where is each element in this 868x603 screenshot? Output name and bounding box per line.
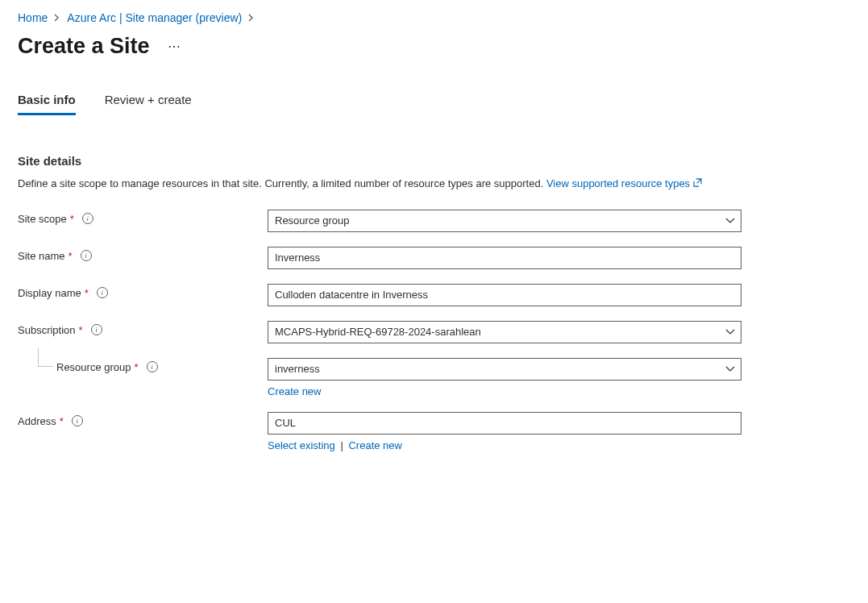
info-icon[interactable]: i bbox=[81, 250, 92, 261]
tab-basic-info[interactable]: Basic info bbox=[18, 93, 76, 115]
address-input[interactable] bbox=[268, 412, 741, 435]
divider: | bbox=[340, 439, 343, 451]
label-site-scope: Site scope bbox=[18, 213, 67, 225]
required-marker: * bbox=[70, 213, 74, 225]
resource-group-select[interactable]: inverness bbox=[268, 358, 741, 381]
label-resource-group: Resource group bbox=[56, 361, 131, 373]
row-resource-group: Resource group * i inverness Create new bbox=[18, 358, 850, 397]
section-description-text: Define a site scope to manage resources … bbox=[18, 177, 546, 189]
more-icon[interactable]: ⋯ bbox=[164, 35, 185, 57]
required-marker: * bbox=[69, 250, 73, 262]
site-name-input[interactable] bbox=[268, 247, 741, 269]
site-scope-select[interactable]: Resource group bbox=[268, 210, 741, 232]
row-site-name: Site name * i bbox=[18, 247, 850, 269]
external-link-icon bbox=[693, 177, 702, 191]
required-marker: * bbox=[135, 361, 139, 373]
row-address: Address * i Select existing | Create new bbox=[18, 412, 850, 451]
info-icon[interactable]: i bbox=[91, 324, 102, 335]
tabs: Basic info Review + create bbox=[18, 93, 850, 115]
tab-review-create[interactable]: Review + create bbox=[105, 93, 192, 115]
breadcrumb: Home Azure Arc | Site manager (preview) bbox=[18, 11, 850, 24]
row-site-scope: Site scope * i Resource group bbox=[18, 210, 850, 232]
breadcrumb-home[interactable]: Home bbox=[18, 11, 48, 24]
required-marker: * bbox=[85, 287, 89, 299]
chevron-right-icon bbox=[54, 11, 60, 24]
required-marker: * bbox=[79, 324, 83, 336]
info-icon[interactable]: i bbox=[147, 361, 158, 372]
section-title: Site details bbox=[18, 154, 850, 168]
section-description: Define a site scope to manage resources … bbox=[18, 176, 820, 192]
info-icon[interactable]: i bbox=[82, 213, 93, 224]
subscription-select[interactable]: MCAPS-Hybrid-REQ-69728-2024-sarahlean bbox=[268, 321, 741, 343]
info-icon[interactable]: i bbox=[72, 415, 83, 426]
label-site-name: Site name bbox=[18, 250, 65, 262]
address-create-new-link[interactable]: Create new bbox=[348, 439, 401, 451]
row-display-name: Display name * i bbox=[18, 284, 850, 306]
label-subscription: Subscription bbox=[18, 324, 76, 336]
info-icon[interactable]: i bbox=[97, 287, 108, 298]
page-title-row: Create a Site ⋯ bbox=[18, 34, 850, 59]
display-name-input[interactable] bbox=[268, 284, 741, 306]
row-subscription: Subscription * i MCAPS-Hybrid-REQ-69728-… bbox=[18, 321, 850, 343]
chevron-right-icon bbox=[248, 11, 255, 24]
rg-create-new-link[interactable]: Create new bbox=[268, 385, 321, 397]
breadcrumb-arc[interactable]: Azure Arc | Site manager (preview) bbox=[67, 11, 242, 24]
supported-types-link[interactable]: View supported resource types bbox=[546, 177, 702, 189]
page-title: Create a Site bbox=[18, 34, 150, 59]
label-address: Address bbox=[18, 415, 56, 427]
address-select-existing-link[interactable]: Select existing bbox=[268, 439, 335, 451]
required-marker: * bbox=[60, 415, 64, 427]
label-display-name: Display name bbox=[18, 287, 81, 299]
